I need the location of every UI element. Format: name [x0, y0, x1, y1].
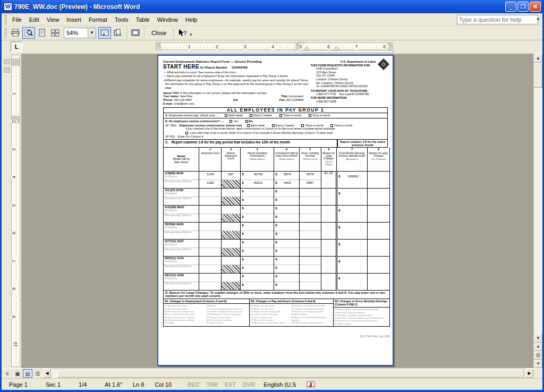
help-question-box[interactable]: ▼: [457, 15, 538, 24]
column-header-3: 3Payroll, Excluding Commissions(Whole do…: [241, 148, 274, 171]
horizontal-scroll-track[interactable]: [51, 369, 525, 378]
menu-file[interactable]: File: [8, 15, 26, 24]
payroll-cell: $: [241, 273, 274, 282]
column-header-7: 7Gross Monthly Earnings, previous calend…: [337, 148, 368, 171]
menu-tools[interactable]: Tools: [111, 15, 132, 24]
employee-count-cell: [199, 239, 222, 248]
web-layout-view-button[interactable]: ▣: [13, 369, 22, 378]
right-indent-marker[interactable]: [335, 47, 339, 50]
bullet-item: •Same pay schedule for all employees? En…: [163, 74, 309, 78]
tab-selector[interactable]: L: [11, 41, 22, 52]
restore-button[interactable]: ❐: [517, 2, 529, 12]
column-header-8: 8Reason for Large Changes(D1-D3 below): [367, 148, 389, 171]
chevron-down-icon[interactable]: ▼: [536, 15, 540, 24]
menu-view[interactable]: View: [43, 15, 63, 24]
help-button[interactable]: ?: [176, 27, 189, 39]
reason-code-8-cell: [367, 222, 389, 239]
checkbox: [279, 114, 282, 117]
chevron-down-icon[interactable]: ▼: [88, 28, 96, 38]
status-trk-toggle[interactable]: TRK: [203, 381, 222, 388]
reason-list: 01 Seasonal increase02 Seasonal decrease…: [164, 304, 207, 324]
menu-edit[interactable]: Edit: [26, 15, 43, 24]
hours-cell: [299, 197, 321, 205]
help-question-input[interactable]: [457, 16, 536, 23]
select-browse-object-button[interactable]: [534, 351, 542, 360]
nonsupervisory-label: Nonsupervisory Workers: [165, 248, 198, 251]
one-page-button[interactable]: [36, 27, 48, 39]
table-row: SEP(09) 09/29All Workers$$$: [164, 222, 390, 231]
menu-window[interactable]: Window: [154, 15, 182, 24]
menu-help[interactable]: Help: [182, 15, 201, 24]
multiple-pages-button[interactable]: [49, 27, 62, 39]
menubar-grip[interactable]: [4, 15, 7, 24]
scroll-up-icon[interactable]: ▲: [534, 54, 542, 63]
view-ruler-button[interactable]: [98, 27, 111, 39]
column-header-6: 6Reason for Large Changes(D1-D2 below): [321, 148, 336, 171]
outline-view-button[interactable]: ☰: [33, 369, 42, 378]
close-window-button[interactable]: ✕: [530, 2, 541, 12]
reason-list: 28 Stock options exercised and distribut…: [334, 308, 389, 325]
report-number: 123456789: [228, 66, 248, 69]
gross-earnings-cell: $: [337, 273, 368, 290]
reason-box-header: D3. Changes in Gross Monthly Earnings (C…: [334, 299, 389, 308]
commissions-cell: $: [274, 239, 299, 248]
next-page-button[interactable]: ⏷: [534, 360, 542, 368]
vertical-scroll-thumb[interactable]: [534, 63, 542, 88]
scroll-right-icon[interactable]: ▶: [525, 369, 533, 378]
nonsupervisory-label: Nonsupervisory Workers: [165, 197, 198, 200]
employee-count-cell: [199, 188, 222, 197]
your-name: Your name: Jane Doe: [163, 95, 192, 98]
all-workers-label: All Workers: [165, 175, 198, 178]
status-ovr-toggle[interactable]: OVR: [239, 381, 258, 388]
document-page: Current Employment Statistics Report For…: [157, 55, 394, 366]
vertical-scroll-track[interactable]: [534, 88, 542, 334]
help-arrow-icon: ?: [177, 29, 187, 37]
horizontal-scroll-thumb[interactable]: [57, 370, 524, 378]
ruler-number: 4: [11, 176, 17, 178]
magnifier-button[interactable]: [22, 27, 35, 39]
checkbox: [272, 124, 275, 127]
ruler-number: 6: [327, 44, 330, 50]
shrink-to-fit-button[interactable]: [112, 27, 124, 39]
employee-count-cell: [199, 282, 222, 290]
status-ext-toggle[interactable]: EXT: [222, 381, 239, 388]
print-button[interactable]: [9, 27, 22, 39]
reason-item: 39 Other reason, pay or hours: [292, 321, 333, 324]
hanging-indent-marker[interactable]: [304, 47, 309, 50]
close-preview-button[interactable]: Close: [147, 27, 171, 39]
menu-insert[interactable]: Insert: [63, 15, 85, 24]
table-row: JUL(07) 07/28All Workers$$$: [164, 188, 390, 197]
toolbar-options-icon[interactable]: ▾: [189, 29, 194, 37]
normal-view-button[interactable]: ≡: [3, 369, 12, 378]
menu-table[interactable]: Table: [132, 15, 153, 24]
month-cell: Nonsupervisory Workers: [164, 214, 199, 222]
for-report-label: for Report Number: [200, 66, 228, 69]
minimize-button[interactable]: _: [505, 2, 516, 12]
month-cell: AUG(08) 08/25All Workers: [164, 205, 199, 214]
reason-item: 32 More/fewer commissions paid: [250, 321, 292, 324]
zoom-combo[interactable]: 54% ▼: [64, 28, 96, 38]
women-count-cell: [222, 256, 241, 265]
payroll-cell: $: [241, 256, 274, 265]
scroll-down-icon[interactable]: ▼: [534, 334, 542, 343]
toolbar-grip[interactable]: [4, 28, 7, 38]
payroll-cell: $: [241, 265, 274, 273]
full-screen-button[interactable]: [129, 27, 142, 39]
previous-page-button[interactable]: ⏶: [534, 343, 542, 351]
section-b: B. Do employees receive commissions? ...…: [163, 118, 388, 140]
column-header-1: 1Employee Count: [199, 148, 222, 171]
menu-format[interactable]: Format: [85, 15, 111, 24]
gross-earnings-cell: $198562: [337, 171, 368, 188]
about-you-note: About YOU: If this information is not co…: [163, 91, 309, 95]
reason-code-cell: 01,13: [321, 171, 336, 188]
status-rec-toggle[interactable]: REC: [184, 381, 203, 388]
view-ruler-icon: [100, 29, 109, 37]
commissions-cell: $: [274, 222, 299, 231]
print-layout-view-button[interactable]: ▤: [23, 369, 32, 378]
vertical-scrollbar[interactable]: ▲ ▼ ⏶ ⏷: [533, 54, 542, 368]
month-label: OCT(10) 10/27: [165, 240, 198, 243]
status-language[interactable]: English (U.S: [258, 381, 301, 388]
scroll-left-icon[interactable]: ◀: [43, 369, 51, 378]
spelling-grammar-status-icon[interactable]: ✗: [307, 381, 316, 388]
zoom-value[interactable]: 54%: [64, 30, 88, 36]
